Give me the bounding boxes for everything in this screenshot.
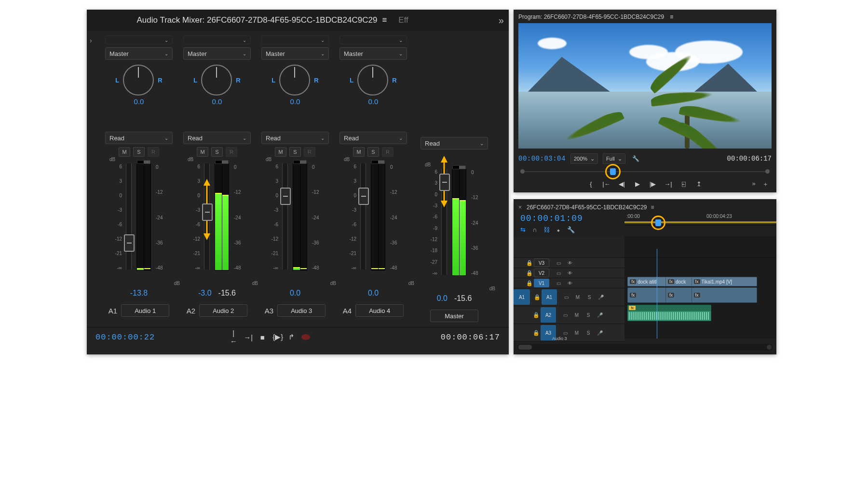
solo-button[interactable]: S xyxy=(211,147,223,157)
audio-clip[interactable]: fx xyxy=(665,287,694,303)
go-to-in-icon[interactable]: |← xyxy=(602,180,611,188)
solo-button[interactable]: S xyxy=(585,330,592,336)
program-scrub-bar[interactable] xyxy=(518,167,772,176)
panel-menu-icon[interactable]: ≡ xyxy=(651,204,654,211)
panel-menu-icon[interactable]: ≡ xyxy=(382,15,387,25)
settings-wrench-icon[interactable]: 🔧 xyxy=(632,155,639,162)
step-back-icon[interactable]: ◀| xyxy=(618,180,626,188)
audio-clip[interactable]: fx xyxy=(627,305,711,321)
automation-mode-dropdown[interactable]: Read⌄ xyxy=(183,132,251,144)
mute-button[interactable]: M xyxy=(574,295,581,300)
toggle-eye-icon[interactable]: 👁 xyxy=(567,260,573,266)
overflow-icon[interactable]: » xyxy=(749,180,758,189)
go-to-out-icon[interactable]: →| xyxy=(664,180,673,188)
pan-knob[interactable] xyxy=(123,65,154,95)
solo-button[interactable]: S xyxy=(289,147,301,157)
add-button-icon[interactable]: ＋ xyxy=(761,180,770,189)
pan-knob[interactable] xyxy=(201,65,232,95)
zoom-dropdown[interactable]: 200%⌄ xyxy=(570,153,598,164)
mixer-timecode-current[interactable]: 00:00:00:22 xyxy=(95,333,155,342)
record-enable-button[interactable]: R xyxy=(226,147,237,157)
automation-mode-dropdown[interactable]: Read⌄ xyxy=(105,132,173,144)
track-tag[interactable]: V3 xyxy=(534,258,549,267)
audio-clip[interactable]: fx xyxy=(692,287,757,303)
panel-menu-icon[interactable]: ≡ xyxy=(670,14,673,20)
fader-track[interactable] xyxy=(204,163,210,270)
lock-icon[interactable]: 🔒 xyxy=(525,270,534,276)
stop-icon[interactable]: ■ xyxy=(258,333,267,341)
record-enable-button[interactable]: R xyxy=(148,147,159,157)
step-fwd-icon[interactable]: |▶ xyxy=(649,180,657,188)
pan-knob[interactable] xyxy=(357,65,388,95)
pan-knob[interactable] xyxy=(279,65,310,95)
fader-db-value[interactable]: 0.0 xyxy=(368,289,379,298)
overflow-icon[interactable]: » xyxy=(499,15,504,26)
video-clip[interactable]: fxTikal1.mp4 [V] xyxy=(692,277,757,286)
record-enable-button[interactable]: R xyxy=(304,147,315,157)
pan-value[interactable]: 0.0 xyxy=(290,97,300,106)
toggle-output-icon[interactable]: ▭ xyxy=(555,260,562,266)
fader-handle[interactable] xyxy=(124,234,135,252)
mute-button[interactable]: M xyxy=(119,147,130,157)
lift-icon[interactable]: ⍇ xyxy=(679,180,688,188)
loop-icon[interactable]: ↱ xyxy=(287,333,296,341)
fx-badge[interactable]: fx xyxy=(630,293,636,298)
fader-handle[interactable] xyxy=(439,174,450,191)
snap-icon[interactable]: ∩ xyxy=(532,226,537,233)
track-name-input[interactable]: Audio 3 xyxy=(277,304,326,317)
timeline-playhead-line[interactable] xyxy=(657,249,657,339)
fx-badge[interactable]: fx xyxy=(694,279,700,284)
play-in-out-icon[interactable]: {▶} xyxy=(272,333,281,341)
lock-icon[interactable]: 🔒 xyxy=(532,312,541,318)
automation-mode-dropdown[interactable]: Read⌄ xyxy=(261,132,329,144)
insert-mode-icon[interactable]: ⇆ xyxy=(520,226,526,233)
pan-value[interactable]: 0.0 xyxy=(212,97,222,106)
timeline-playhead-highlight[interactable] xyxy=(651,216,665,230)
video-track-header[interactable]: 🔒 V1 ▭👁 xyxy=(514,278,624,288)
go-to-out-icon[interactable]: →| xyxy=(244,333,252,341)
export-frame-icon[interactable]: ↥ xyxy=(695,180,704,188)
send-dropdown[interactable]: Master⌄ xyxy=(105,47,173,60)
fx-badge[interactable]: fx xyxy=(668,293,674,298)
toggle-output-icon[interactable]: ▭ xyxy=(555,281,562,286)
timeline-ruler[interactable]: :00:00 00:00:04:23 xyxy=(624,213,776,226)
track-tag[interactable]: V2 xyxy=(534,269,549,277)
audio-track-header[interactable]: 🔒 A2 ▭ M S 🎤 xyxy=(514,306,624,324)
fader-db-value[interactable]: 0.0 xyxy=(290,289,300,298)
fader-handle[interactable] xyxy=(202,203,213,221)
timeline-horizontal-scrollbar[interactable] xyxy=(517,344,773,351)
fx-badge[interactable]: fx xyxy=(694,293,700,298)
voice-over-icon[interactable]: 🎤 xyxy=(597,295,604,300)
fader-db-value[interactable]: 0.0 xyxy=(437,294,448,303)
video-clip[interactable]: fxdock atitl xyxy=(627,277,669,286)
mute-button[interactable]: M xyxy=(275,147,286,157)
mute-button[interactable]: M xyxy=(573,330,580,336)
toggle-output-icon[interactable]: ▭ xyxy=(562,312,569,318)
solo-button[interactable]: S xyxy=(585,312,592,318)
send-dropdown[interactable]: Master⌄ xyxy=(261,47,329,60)
toggle-eye-icon[interactable]: 👁 xyxy=(567,281,573,286)
fader-db-value[interactable]: -13.8 xyxy=(130,289,148,298)
lock-icon[interactable]: 🔒 xyxy=(525,280,534,286)
program-playhead-highlight[interactable] xyxy=(605,164,621,179)
lock-icon[interactable]: 🔒 xyxy=(533,294,542,300)
toggle-eye-icon[interactable]: 👁 xyxy=(567,271,573,276)
mixer-timecode-duration[interactable]: 00:00:06:17 xyxy=(441,333,500,342)
toggle-output-icon[interactable]: ▭ xyxy=(562,330,569,336)
pan-value[interactable]: 0.0 xyxy=(368,97,379,106)
fader-track[interactable] xyxy=(282,163,288,270)
side-panel-toggle-icon[interactable]: › xyxy=(90,37,92,44)
send-dropdown[interactable]: Master⌄ xyxy=(339,47,407,60)
track-tag[interactable]: A2 xyxy=(541,307,556,323)
effect-slot-dropdown[interactable]: ⌄ xyxy=(261,36,329,44)
audio-track-header[interactable]: 🔒 A3 ▭ M S 🎤 Audio 3 xyxy=(514,324,624,342)
track-tag[interactable]: A1 xyxy=(542,289,557,305)
audio-clip[interactable]: fx xyxy=(627,287,669,303)
solo-button[interactable]: S xyxy=(586,295,593,300)
mixer-tab-title[interactable]: Audio Track Mixer: 26FC6607-27D8-4F65-95… xyxy=(137,15,378,25)
fader-track[interactable] xyxy=(360,163,366,270)
program-timecode-duration[interactable]: 00:00:06:17 xyxy=(727,155,772,163)
play-icon[interactable]: ▶ xyxy=(633,180,642,188)
fader-handle[interactable] xyxy=(280,188,291,205)
effect-slot-dropdown[interactable]: ⌄ xyxy=(339,36,407,44)
